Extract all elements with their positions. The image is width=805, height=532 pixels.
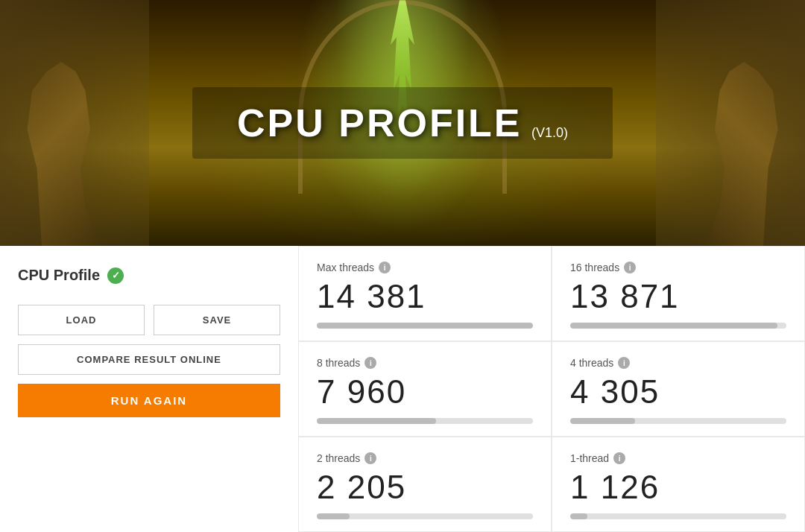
metric-label: 2 threads i <box>317 452 533 464</box>
metric-label: Max threads i <box>317 262 533 273</box>
metric-label: 16 threads i <box>570 262 786 273</box>
metric-label: 1-thread i <box>570 452 786 464</box>
metric-card: 16 threads i 13 871 <box>552 246 805 341</box>
left-panel: CPU Profile ✓ LOAD SAVE COMPARE RESULT O… <box>0 246 298 532</box>
info-icon[interactable]: i <box>379 262 391 273</box>
metric-label: 8 threads i <box>317 357 533 369</box>
metric-value: 14 381 <box>317 278 533 315</box>
hero-version: (V1.0) <box>531 125 568 140</box>
metric-label-text: 16 threads <box>570 262 619 273</box>
metric-value: 2 205 <box>317 469 533 506</box>
metric-value: 7 960 <box>317 373 533 411</box>
compare-button[interactable]: COMPARE RESULT ONLINE <box>18 344 280 375</box>
info-icon[interactable]: i <box>613 452 625 464</box>
metric-value: 4 305 <box>570 373 786 411</box>
metric-bar <box>570 418 635 424</box>
metric-bar-container <box>317 323 533 329</box>
metric-value: 13 871 <box>570 278 786 315</box>
metric-label-text: 8 threads <box>317 357 360 369</box>
info-icon[interactable]: i <box>364 357 376 369</box>
metric-label-text: 4 threads <box>570 357 613 369</box>
metric-bar-container <box>317 513 533 519</box>
metric-bar <box>317 513 350 519</box>
metrics-grid: Max threads i 14 381 16 threads i 13 871… <box>298 246 805 532</box>
save-button[interactable]: SAVE <box>154 305 280 335</box>
metric-bar-container <box>570 323 786 329</box>
metric-bar <box>317 323 533 329</box>
profile-title: CPU Profile <box>18 267 100 284</box>
metric-bar-container <box>317 418 533 424</box>
metric-label-text: 2 threads <box>317 452 360 464</box>
load-button[interactable]: LOAD <box>18 305 145 335</box>
metric-card: 4 threads i 4 305 <box>552 341 805 437</box>
info-icon[interactable]: i <box>624 262 636 273</box>
hero-title-container: CPU PROFILE (V1.0) <box>192 87 613 159</box>
run-again-button[interactable]: RUN AGAIN <box>18 384 280 417</box>
metric-card: 1-thread i 1 126 <box>552 437 805 532</box>
load-save-row: LOAD SAVE <box>18 305 280 335</box>
info-icon[interactable]: i <box>364 452 376 464</box>
metric-bar <box>570 323 777 329</box>
metric-card: 2 threads i 2 205 <box>298 437 552 532</box>
info-icon[interactable]: i <box>618 357 630 369</box>
metric-value: 1 126 <box>570 469 786 506</box>
metric-bar-container <box>570 418 786 424</box>
metric-label: 4 threads i <box>570 357 786 369</box>
profile-header: CPU Profile ✓ <box>18 267 280 284</box>
hero-title: CPU PROFILE <box>237 101 523 145</box>
metric-bar <box>317 418 436 424</box>
metric-label-text: Max threads <box>317 262 374 273</box>
metric-bar <box>570 513 587 519</box>
metric-bar-container <box>570 513 786 519</box>
metric-label-text: 1-thread <box>570 452 609 464</box>
hero-banner: CPU PROFILE (V1.0) <box>0 0 805 246</box>
check-icon: ✓ <box>107 267 124 284</box>
content-area: CPU Profile ✓ LOAD SAVE COMPARE RESULT O… <box>0 246 805 532</box>
metric-card: 8 threads i 7 960 <box>298 341 552 437</box>
metric-card: Max threads i 14 381 <box>298 246 552 341</box>
